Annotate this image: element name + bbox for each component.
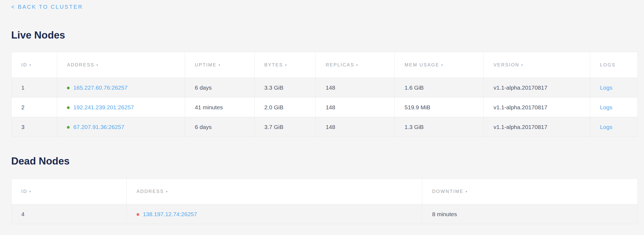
table-row: 3 67.207.91.36:26257 6 days 3.7 GiB 148 … [11, 117, 638, 137]
column-header-id[interactable]: ID▾ [11, 179, 127, 204]
logs-link[interactable]: Logs [600, 124, 613, 130]
column-header-logs: LOGS [590, 52, 637, 78]
column-label: ADDRESS [67, 62, 94, 67]
sort-arrow-icon: ▾ [96, 63, 99, 67]
column-header-bytes[interactable]: BYTES▾ [254, 52, 316, 78]
back-chevron-icon: < [11, 4, 15, 10]
column-header-mem-usage[interactable]: MEM USAGE▾ [395, 52, 484, 78]
node-address-link[interactable]: 67.207.91.36:26257 [73, 124, 124, 130]
cell-downtime: 8 minutes [422, 204, 638, 224]
cell-logs: Logs [590, 117, 637, 137]
column-header-address[interactable]: ADDRESS▾ [126, 179, 422, 204]
live-nodes-title: Live Nodes [11, 30, 638, 40]
live-header-row: ID▾ ADDRESS▾ UPTIME▾ BYTES▾ REPLICAS▾ ME… [11, 52, 638, 78]
column-label: REPLICAS [326, 62, 354, 67]
cell-mem-usage: 1.6 GiB [395, 78, 484, 98]
cell-address: 192.241.239.201:26257 [57, 98, 185, 117]
node-live-status-dot [67, 126, 70, 129]
sort-arrow-icon: ▾ [356, 63, 359, 67]
sort-arrow-icon: ▾ [166, 190, 168, 193]
node-address-link[interactable]: 192.241.239.201:26257 [73, 104, 134, 110]
live-nodes-table: ID▾ ADDRESS▾ UPTIME▾ BYTES▾ REPLICAS▾ ME… [11, 52, 638, 137]
cell-version: v1.1-alpha.20170817 [483, 117, 590, 137]
nodes-page: <BACK TO CLUSTER Live Nodes ID▾ ADDRESS▾ [0, 0, 644, 224]
cell-logs: Logs [590, 98, 637, 117]
back-to-cluster-link[interactable]: <BACK TO CLUSTER [11, 4, 83, 10]
cell-bytes: 3.3 GiB [254, 78, 316, 98]
logs-link[interactable]: Logs [600, 84, 613, 91]
cell-id: 1 [11, 78, 57, 98]
cell-uptime: 6 days [185, 117, 255, 137]
column-label: ID [21, 189, 27, 194]
back-to-cluster-label: BACK TO CLUSTER [18, 4, 83, 10]
column-label: DOWNTIME [432, 189, 463, 194]
column-header-downtime[interactable]: DOWNTIME▾ [422, 179, 638, 204]
cell-bytes: 2.0 GiB [254, 98, 316, 117]
sort-arrow-icon: ▾ [29, 63, 32, 67]
sort-arrow-icon: ▾ [521, 63, 524, 67]
column-label: LOGS [600, 62, 616, 67]
cell-id: 3 [11, 117, 57, 137]
column-label: MEM USAGE [404, 62, 439, 67]
cell-replicas: 148 [316, 117, 395, 137]
sort-arrow-icon: ▾ [29, 190, 32, 193]
cell-address: 138.197.12.74:26257 [126, 204, 422, 224]
cell-version: v1.1-alpha.20170817 [483, 98, 590, 117]
cell-id: 4 [11, 204, 127, 224]
cell-address: 67.207.91.36:26257 [57, 117, 185, 137]
column-header-id[interactable]: ID▾ [11, 52, 57, 78]
node-live-status-dot [67, 87, 70, 89]
cell-replicas: 148 [316, 98, 395, 117]
node-address-link[interactable]: 138.197.12.74:26257 [143, 211, 197, 217]
cell-version: v1.1-alpha.20170817 [483, 78, 590, 98]
sort-arrow-icon: ▾ [218, 63, 221, 67]
table-row: 1 165.227.60.76:26257 6 days 3.3 GiB 148… [11, 78, 638, 98]
cell-mem-usage: 519.9 MiB [395, 98, 484, 117]
column-label: VERSION [494, 62, 519, 67]
cell-mem-usage: 1.3 GiB [395, 117, 484, 137]
sort-arrow-icon: ▾ [285, 63, 287, 67]
table-row: 2 192.241.239.201:26257 41 minutes 2.0 G… [11, 98, 638, 117]
column-header-address[interactable]: ADDRESS▾ [57, 52, 185, 78]
table-row: 4 138.197.12.74:26257 8 minutes [11, 204, 638, 224]
dead-header-row: ID▾ ADDRESS▾ DOWNTIME▾ [11, 179, 638, 204]
cell-id: 2 [11, 98, 57, 117]
column-header-replicas[interactable]: REPLICAS▾ [316, 52, 395, 78]
column-label: BYTES [264, 62, 283, 67]
node-dead-status-dot [137, 213, 139, 216]
sort-arrow-icon: ▾ [441, 63, 444, 67]
cell-address: 165.227.60.76:26257 [57, 78, 185, 98]
cell-uptime: 6 days [185, 78, 255, 98]
dead-nodes-table: ID▾ ADDRESS▾ DOWNTIME▾ 4 138.197.12.74:2… [11, 178, 638, 224]
sort-arrow-icon: ▾ [465, 190, 468, 193]
cell-replicas: 148 [316, 78, 395, 98]
logs-link[interactable]: Logs [600, 104, 613, 110]
cell-logs: Logs [590, 78, 637, 98]
node-address-link[interactable]: 165.227.60.76:26257 [73, 84, 128, 91]
column-label: ADDRESS [137, 189, 164, 194]
node-live-status-dot [67, 106, 70, 109]
column-label: ID [21, 62, 27, 67]
column-header-version[interactable]: VERSION▾ [483, 52, 590, 78]
cell-uptime: 41 minutes [185, 98, 255, 117]
cell-bytes: 3.7 GiB [254, 117, 316, 137]
column-label: UPTIME [195, 62, 217, 67]
column-header-uptime[interactable]: UPTIME▾ [185, 52, 255, 78]
dead-nodes-title: Dead Nodes [11, 156, 638, 166]
